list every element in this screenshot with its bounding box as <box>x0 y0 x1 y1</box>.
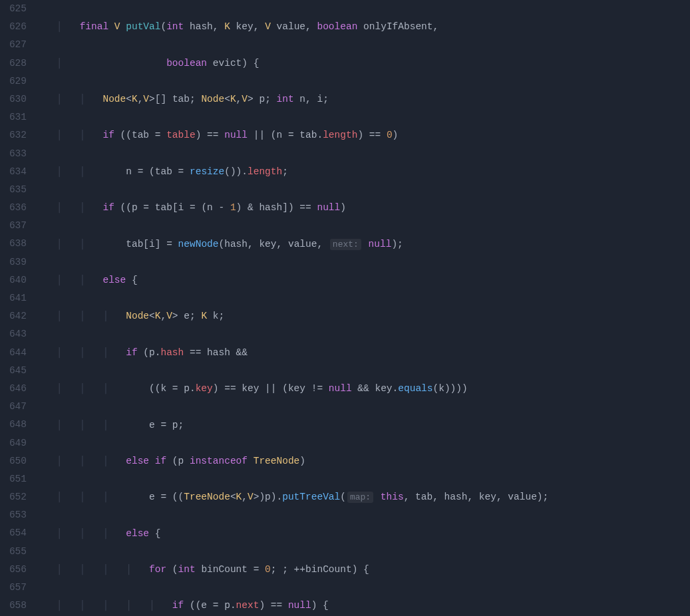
line-number: 636 <box>3 199 27 217</box>
line-number: 641 <box>3 289 27 307</box>
line-number: 655 <box>3 543 27 561</box>
param-hint: next: <box>330 239 361 250</box>
line-number: 645 <box>3 362 27 380</box>
line-number: 625 <box>3 0 27 18</box>
param-hint: map: <box>347 492 373 503</box>
line-number: 633 <box>3 145 27 163</box>
line-number: 650 <box>3 452 27 470</box>
code-line[interactable]: │ │ n = (tab = resize()).length; <box>32 163 690 181</box>
code-line[interactable]: │ │ │ Node<K,V> e; K k; <box>32 307 690 325</box>
line-number: 654 <box>3 524 27 542</box>
line-number: 656 <box>3 561 27 579</box>
code-line[interactable]: │ │ │ ((k = p.key) == key || (key != nul… <box>32 380 690 398</box>
line-number: 634 <box>3 163 27 181</box>
code-line[interactable]: │ │ │ e = p; <box>32 416 690 434</box>
code-line[interactable]: │ │ if ((p = tab[i = (n - 1) & hash]) ==… <box>32 199 690 217</box>
code-line[interactable]: │ │ │ e = ((TreeNode<K,V>)p).putTreeVal(… <box>32 488 690 506</box>
line-number: 640 <box>3 271 27 289</box>
code-line[interactable]: │ │ │ │ │ if ((e = p.next) == null) { <box>32 597 690 615</box>
line-number: 626 <box>3 18 27 36</box>
line-number: 642 <box>3 307 27 325</box>
line-number: 637 <box>3 217 27 235</box>
line-number: 629 <box>3 73 27 90</box>
line-number: 644 <box>3 344 27 362</box>
code-line[interactable]: │ │ else { <box>32 271 690 289</box>
line-number: 631 <box>3 108 27 126</box>
line-number: 651 <box>3 470 27 488</box>
code-line[interactable]: │ │ │ else { <box>32 525 690 543</box>
line-number: 653 <box>3 506 27 524</box>
code-line[interactable]: │ │ │ if (p.hash == hash && <box>32 344 690 362</box>
code-line[interactable]: │ │ │ │ for (int binCount = 0; ; ++binCo… <box>32 561 690 579</box>
line-number: 635 <box>3 181 27 199</box>
line-number: 639 <box>3 253 27 271</box>
code-line[interactable]: │ │ │ else if (p instanceof TreeNode) <box>32 452 690 470</box>
gutter: 625 626 627 628 629 630 631 632 633 634 … <box>0 0 32 616</box>
code-line[interactable]: │ │ tab[i] = newNode(hash, key, value, n… <box>32 235 690 253</box>
line-number: 652 <box>3 488 27 506</box>
code-editor: 625 626 627 628 629 630 631 632 633 634 … <box>0 0 690 616</box>
line-number: 658 <box>3 597 27 615</box>
line-number: 647 <box>3 398 27 416</box>
code-area[interactable]: │ final V putVal(int hash, K key, V valu… <box>32 0 690 616</box>
line-number: 643 <box>3 325 27 343</box>
line-number: 632 <box>3 126 27 144</box>
code-line[interactable]: │ final V putVal(int hash, K key, V valu… <box>32 18 690 36</box>
code-line[interactable]: │ boolean evict) { <box>32 55 690 73</box>
line-number: 627 <box>3 36 27 54</box>
line-number: 646 <box>3 380 27 398</box>
line-number: 630 <box>3 90 27 108</box>
code-line[interactable]: │ │ Node<K,V>[] tab; Node<K,V> p; int n,… <box>32 90 690 108</box>
line-number: 649 <box>3 434 27 452</box>
line-number: 657 <box>3 579 27 597</box>
line-number: 628 <box>3 55 27 73</box>
line-number: 638 <box>3 235 27 253</box>
code-line[interactable]: │ │ if ((tab = table) == null || (n = ta… <box>32 126 690 144</box>
line-number: 648 <box>3 416 27 434</box>
